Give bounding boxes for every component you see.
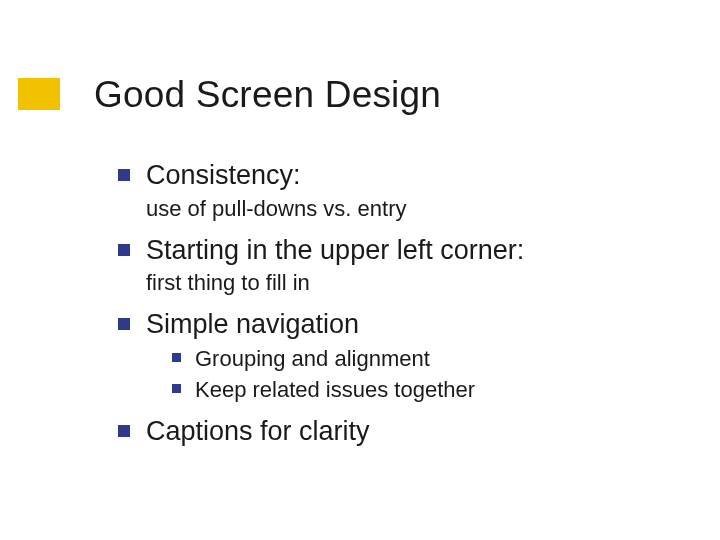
square-bullet-icon [118,425,130,437]
square-bullet-icon [172,353,181,362]
list-item-text: Keep related issues together [195,375,475,404]
accent-bar [18,78,60,110]
list-item: Starting in the upper left corner: [118,233,678,268]
list-item-subtext: first thing to fill in [146,269,678,297]
list-item-text: Grouping and alignment [195,344,430,373]
square-bullet-icon [118,244,130,256]
square-bullet-icon [118,169,130,181]
slide-body: Consistency: use of pull-downs vs. entry… [118,158,678,451]
list-item-text: Consistency: [146,158,301,193]
list-item: Keep related issues together [172,375,678,404]
list-item-subtext: use of pull-downs vs. entry [146,195,678,223]
square-bullet-icon [118,318,130,330]
list-item: Captions for clarity [118,414,678,449]
list-item: Simple navigation [118,307,678,342]
list-item: Grouping and alignment [172,344,678,373]
list-item-text: Simple navigation [146,307,359,342]
slide: Good Screen Design Consistency: use of p… [0,0,720,540]
list-item-text: Starting in the upper left corner: [146,233,524,268]
list-item-text: Captions for clarity [146,414,370,449]
square-bullet-icon [172,384,181,393]
list-item: Consistency: [118,158,678,193]
slide-title: Good Screen Design [94,74,441,116]
sub-list: Grouping and alignment Keep related issu… [172,344,678,404]
